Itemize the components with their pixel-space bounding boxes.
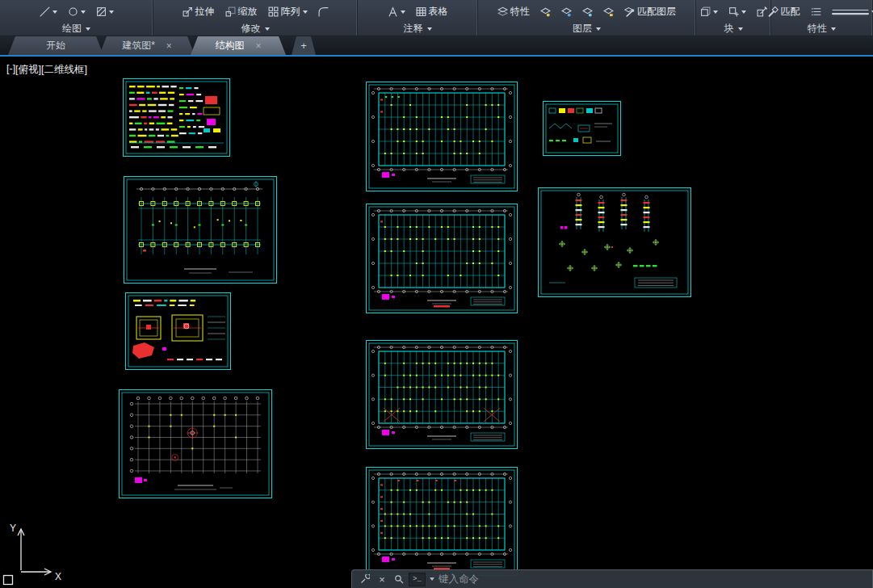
chevron-down-icon [738,27,743,31]
button-label: 表格 [429,5,448,19]
file-tab-1[interactable]: 建筑图*× [99,36,195,55]
line-button[interactable] [36,5,61,19]
layer-properties-button[interactable]: 特性 [494,3,533,20]
create-block-icon [728,6,739,17]
ribbon-panel-draw: 绘图 [0,0,153,36]
stretch-button[interactable]: 拉伸 [179,3,218,20]
match-properties-icon [768,6,779,17]
view-direction-control[interactable]: [俯视] [15,63,41,77]
text-button[interactable] [384,5,409,19]
ribbon-panel-annotate: 表格注释 [358,0,478,36]
sheet-framing-plan-1[interactable] [366,82,518,191]
viewport-controls: [-][俯视][二维线框] [6,63,87,77]
chevron-down-icon [741,10,746,14]
table-button[interactable]: 表格 [413,3,451,20]
chevron-down-icon[interactable] [430,578,434,581]
button-label: 匹配 [781,5,800,19]
ucs-icon: Y X [2,519,76,586]
panel-title-label: 注释 [404,22,423,36]
ribbon-panel-title-layers[interactable]: 图层 [478,22,695,36]
array-button[interactable]: 阵列 [265,3,311,20]
ribbon-panel-buttons: 表格 [358,0,477,22]
ribbon-panel-buttons [696,0,770,22]
sheet-column-details[interactable] [538,187,691,297]
search-icon[interactable] [392,572,406,586]
sheet-foundation-plan[interactable] [119,389,272,498]
panel-title-label: 特性 [808,22,827,36]
panel-title-label: 块 [724,22,734,36]
create-block-button[interactable] [725,5,749,19]
ribbon-panel-title-annotate[interactable]: 注释 [358,22,477,36]
hatch-icon [96,6,107,17]
panel-title-label: 绘图 [62,22,82,36]
layer-lock-button[interactable] [600,5,617,19]
chevron-down-icon [427,27,432,31]
file-tab-label: 结构图 [215,39,244,52]
sheet-section-details[interactable] [543,101,621,156]
layer-isolate-icon [561,6,572,17]
panel-title-label: 图层 [573,22,592,36]
sheet-framing-plan-3[interactable] [366,340,518,449]
match-properties-button[interactable]: 匹配 [765,3,804,20]
match-layer-icon [624,6,635,17]
chevron-down-icon [596,27,601,31]
sheet-foundation-details[interactable] [125,292,231,370]
ribbon-panel-buttons: 特性匹配图层 [478,0,695,22]
recent-commands-button[interactable]: >_ [409,573,426,586]
text-icon [388,6,398,17]
visual-style-control[interactable]: [二维线框] [41,63,87,77]
list-button[interactable] [808,5,825,19]
ucs-y-label: Y [10,523,16,534]
layer-freeze-button[interactable] [579,5,596,19]
sheet-general-notes[interactable] [123,78,230,157]
button-label: 特性 [510,5,530,19]
hatch-button[interactable] [93,5,117,19]
button-label: 阵列 [281,5,300,19]
list-icon [811,6,821,17]
chevron-down-icon [265,27,270,31]
match-layer-button[interactable]: 匹配图层 [621,3,679,20]
ribbon-panel-buttons: 匹配 [771,0,872,22]
drawing-canvas[interactable]: [-][俯视][二维线框] Y X × [0,57,873,588]
fillet-icon [318,6,329,17]
close-tab-icon[interactable]: × [255,41,261,51]
sheet-framing-plan-2[interactable] [366,204,518,313]
chevron-down-icon [713,10,718,14]
prompt-glyph: >_ [413,575,422,583]
viewport-menu-control[interactable]: [-] [6,63,15,77]
ribbon-panel-title-block[interactable]: 块 [696,22,770,36]
file-tab-0[interactable]: 开始 [8,36,103,55]
close-icon[interactable]: × [375,572,389,586]
array-icon [268,6,279,17]
ribbon-panel-title-modify[interactable]: 修改 [153,22,357,36]
sheet-column-plan[interactable] [124,176,277,284]
fillet-button[interactable] [315,5,332,19]
customize-icon[interactable] [358,572,372,586]
linetype-button[interactable] [829,5,873,19]
insert-block-icon [700,6,711,17]
ribbon-panel-title-properties[interactable]: 特性 [771,22,872,36]
line-icon [40,6,50,17]
file-tab-2[interactable]: 结构图× [191,36,286,55]
command-input[interactable] [439,573,867,585]
layer-off-button[interactable] [537,5,554,19]
chevron-down-icon [52,10,57,14]
circle-button[interactable] [65,5,89,19]
command-bar: × >_ [351,569,873,588]
ribbon-panel-title-draw[interactable]: 绘图 [0,22,153,36]
ribbon-panel-buttons: 拉伸缩放阵列 [153,0,357,22]
ribbon-panel-layers: 特性匹配图层图层 [478,0,696,36]
sheet-framing-plan-4[interactable] [366,467,518,576]
ribbon-panel-block: 块 [696,0,771,36]
button-label: 缩放 [238,5,258,19]
linetype-icon [832,6,869,17]
layer-isolate-button[interactable] [558,5,575,19]
ribbon-panel-properties: 匹配特性 [771,0,873,36]
chevron-down-icon [81,10,86,14]
ribbon: 绘图拉伸缩放阵列修改表格注释特性匹配图层图层块匹配特性 [0,0,873,36]
insert-block-button[interactable] [697,5,721,19]
new-tab-button[interactable]: + [292,36,316,55]
autocad-window: 绘图拉伸缩放阵列修改表格注释特性匹配图层图层块匹配特性 开始建筑图*×结构图×+… [0,0,873,588]
close-tab-icon[interactable]: × [166,41,172,51]
scale-button[interactable]: 缩放 [222,3,261,20]
